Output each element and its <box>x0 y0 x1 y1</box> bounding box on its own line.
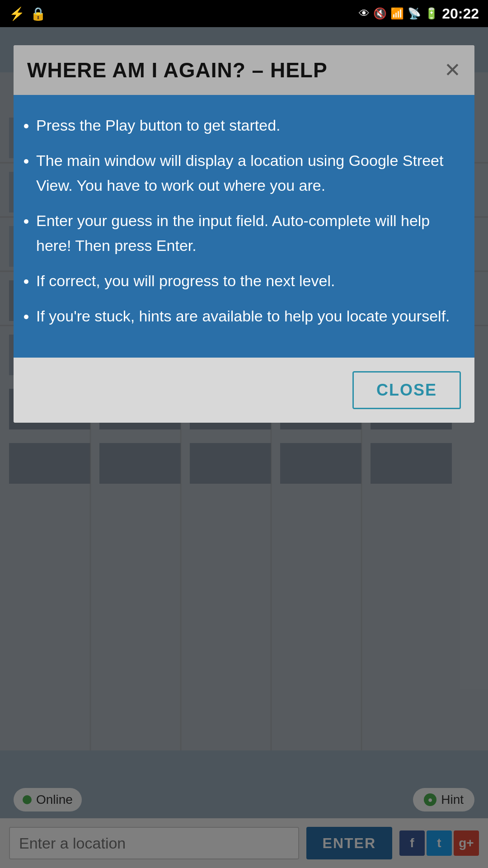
dialog-close-x-button[interactable]: ✕ <box>444 60 461 80</box>
dialog-header: WHERE AM I AGAIN? – HELP ✕ <box>14 45 474 95</box>
eye-icon: 👁 <box>359 7 370 20</box>
status-bar-left: ⚡ 🔒 <box>9 6 46 21</box>
wifi-icon: 📶 <box>390 7 404 20</box>
mute-icon: 🔇 <box>373 7 387 20</box>
dialog-body: Press the Play button to get started. Th… <box>14 95 474 358</box>
instructions-list: Press the Play button to get started. Th… <box>36 113 456 329</box>
status-time: 20:22 <box>442 5 479 22</box>
instruction-item-3: Enter your guess in the input field. Aut… <box>36 208 456 258</box>
lock-icon: 🔒 <box>30 6 46 21</box>
close-button[interactable]: CLOSE <box>352 371 461 409</box>
status-bar: ⚡ 🔒 👁 🔇 📶 📡 🔋 20:22 <box>0 0 488 27</box>
instruction-item-2: The main window will display a location … <box>36 148 456 198</box>
help-dialog: WHERE AM I AGAIN? – HELP ✕ Press the Pla… <box>14 45 474 423</box>
battery-icon: 🔋 <box>425 7 438 20</box>
status-bar-right: 👁 🔇 📶 📡 🔋 20:22 <box>359 5 479 22</box>
instruction-item-1: Press the Play button to get started. <box>36 113 456 137</box>
instruction-item-5: If you're stuck, hints are available to … <box>36 304 456 328</box>
dialog-footer: CLOSE <box>14 358 474 423</box>
signal-icon: 📡 <box>408 7 421 20</box>
usb-icon: ⚡ <box>9 6 25 21</box>
dialog-title: WHERE AM I AGAIN? – HELP <box>27 58 328 82</box>
instruction-item-4: If correct, you will progress to the nex… <box>36 269 456 293</box>
